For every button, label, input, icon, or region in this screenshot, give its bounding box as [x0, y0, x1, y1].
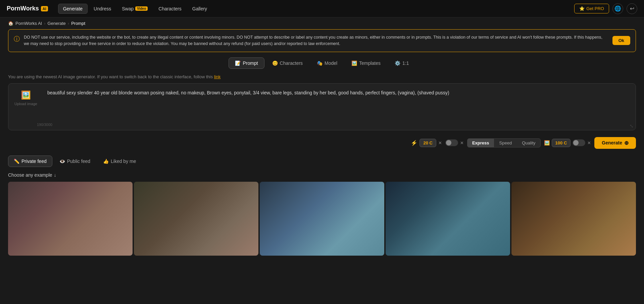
logo-text: PornWorks [7, 5, 39, 12]
example-image-4[interactable] [386, 182, 510, 256]
breadcrumb: 🏠 PornWorks AI › Generate › Prompt [0, 17, 644, 29]
image-grid [8, 182, 636, 256]
tab-model[interactable]: 🎭 Model [310, 57, 344, 69]
star-icon: ⭐ [579, 6, 585, 11]
info-bar: You are using the newest AI image genera… [8, 74, 636, 79]
globe-icon: 🌐 [614, 5, 621, 12]
nav-right: ⭐ Get PRO 🌐 ↩ [574, 3, 637, 14]
image-count-toggle-knob [573, 140, 579, 145]
example-image-1[interactable] [8, 182, 133, 256]
account-icon: ↩ [630, 5, 634, 12]
generate-row: ⚡ 20 C ✕ ✕ Express Speed Quality 🖼️ 100 … [8, 137, 636, 149]
breadcrumb-parent[interactable]: Generate [48, 21, 66, 26]
nav-swap[interactable]: Swap Video [117, 4, 152, 13]
image-count-x[interactable]: ✕ [587, 140, 591, 145]
public-feed-icon: 👁️ [59, 159, 65, 164]
nav-characters[interactable]: Characters [154, 4, 186, 13]
feed-tabs: ✏️ Private feed 👁️ Public feed 👍 Liked b… [8, 156, 636, 167]
navbar: PornWorks AI Generate Undress Swap Video… [0, 0, 644, 17]
generate-plus-icon: ⊕ [624, 140, 629, 146]
image-count-toggle[interactable] [573, 139, 585, 146]
breadcrumb-home[interactable]: PornWorks AI [15, 21, 42, 26]
prompt-container: 🖼️ Upload image 190/3000 ⤡ [8, 83, 636, 130]
char-count: 190/3000 [37, 123, 52, 127]
tab-ratio[interactable]: ⚙️ 1:1 [388, 57, 415, 69]
upload-label: Upload image [14, 102, 37, 106]
quality-express[interactable]: Express [467, 139, 494, 147]
nav-gallery[interactable]: Gallery [188, 4, 212, 13]
toggle-x-icon[interactable]: ✕ [460, 140, 464, 145]
example-image-2[interactable] [134, 182, 258, 256]
model-icon: 🎭 [317, 60, 323, 66]
feed-tab-private[interactable]: ✏️ Private feed [8, 156, 52, 167]
prompt-icon: 📝 [235, 60, 241, 66]
upload-icon: 🖼️ [21, 90, 31, 100]
coin-amount: 20 C [419, 139, 436, 147]
examples-label: Choose any example ↓ [8, 172, 636, 178]
nav-undress[interactable]: Undress [89, 4, 116, 13]
quality-speed[interactable]: Speed [495, 139, 517, 147]
toggle-knob [446, 140, 451, 145]
language-button[interactable]: 🌐 [612, 3, 623, 14]
quality-tabs: Express Speed Quality [467, 138, 541, 147]
prompt-textarea[interactable] [43, 84, 636, 127]
nav-links: Generate Undress Swap Video Characters G… [58, 4, 575, 14]
toggle-control[interactable] [445, 139, 458, 146]
templates-icon: 🖼️ [351, 60, 357, 66]
get-pro-button[interactable]: ⭐ Get PRO [574, 4, 609, 13]
liked-feed-icon: 👍 [103, 159, 109, 164]
generate-button[interactable]: Generate ⊕ [594, 137, 636, 149]
coin-remove-button[interactable]: ✕ [438, 140, 442, 145]
breadcrumb-current: Prompt [71, 21, 85, 26]
image-count: 100 C [552, 139, 571, 147]
tab-characters[interactable]: 😊 Characters [266, 57, 309, 69]
upload-image-button[interactable]: 🖼️ Upload image [8, 84, 43, 113]
mode-tabs: 📝 Prompt 😊 Characters 🎭 Model 🖼️ Templat… [8, 57, 636, 69]
image-count-section: 🖼️ 100 C ✕ [544, 139, 591, 147]
quality-quality[interactable]: Quality [517, 139, 540, 147]
breadcrumb-sep-1: › [44, 21, 45, 26]
coin-section: ⚡ 20 C ✕ [411, 139, 442, 147]
toggle-switch[interactable]: ✕ [445, 139, 464, 146]
example-image-5[interactable] [511, 182, 636, 256]
example-image-3[interactable] [260, 182, 384, 256]
image-count-icon: 🖼️ [544, 140, 550, 145]
alert-icon: ⓘ [14, 35, 20, 43]
private-feed-icon: ✏️ [14, 159, 19, 164]
resize-handle[interactable]: ⤡ [630, 123, 634, 129]
tab-prompt[interactable]: 📝 Prompt [229, 57, 264, 69]
alert-text: DO NOT use our service, including the we… [24, 34, 608, 47]
alert-ok-button[interactable]: Ok [612, 36, 630, 45]
ratio-icon: ⚙️ [395, 60, 400, 66]
lightning-icon: ⚡ [411, 140, 417, 146]
breadcrumb-sep-2: › [68, 21, 69, 26]
swap-badge: Video [135, 6, 148, 11]
feed-tab-public[interactable]: 👁️ Public feed [54, 156, 96, 167]
tab-templates[interactable]: 🖼️ Templates [345, 57, 387, 69]
logo-badge: AI [41, 6, 48, 11]
user-account-button[interactable]: ↩ [627, 3, 637, 14]
nav-generate[interactable]: Generate [58, 4, 88, 14]
feed-tab-liked[interactable]: 👍 Liked by me [97, 156, 142, 167]
alert-banner: ⓘ DO NOT use our service, including the … [8, 29, 636, 52]
app-logo[interactable]: PornWorks AI [7, 5, 48, 12]
classic-link[interactable]: link [214, 74, 221, 79]
home-icon: 🏠 [8, 21, 13, 26]
characters-icon: 😊 [272, 60, 278, 66]
